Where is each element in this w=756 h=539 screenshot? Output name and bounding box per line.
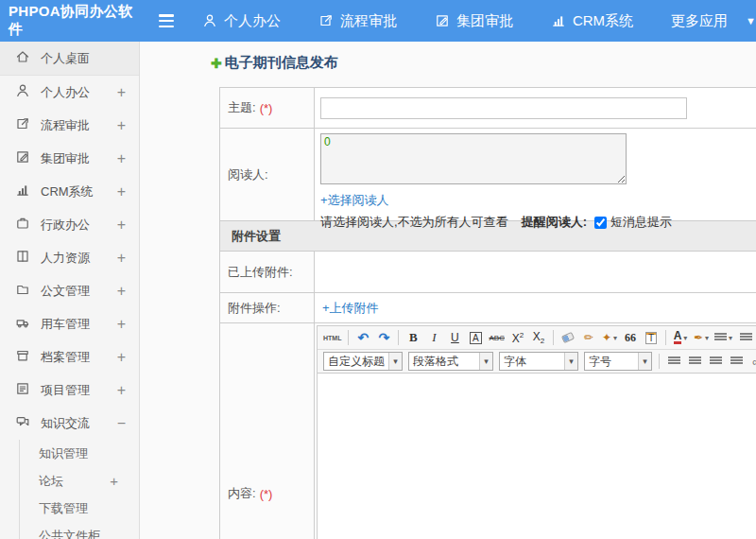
sidebar-item-label: 项目管理 (41, 382, 90, 399)
sms-checkbox-label: 短消息提示 (610, 214, 672, 231)
sidebar-item-10[interactable]: 档案管理+ (0, 340, 139, 374)
paragraph-select[interactable]: 段落格式▾ (408, 352, 493, 371)
nav-item-label: 流程审批 (340, 12, 397, 30)
sidebar-subitem-14[interactable]: 论坛+ (20, 467, 139, 495)
toolbar-separator (348, 330, 349, 345)
sidebar-item-7[interactable]: 人力资源+ (0, 241, 139, 274)
top-nav: 个人办公流程审批集团审批CRM系统更多应用▼ (202, 12, 756, 30)
uploaded-attachments-label: 已上传附件: (220, 252, 315, 292)
subject-row: 主题: (*) (220, 88, 756, 129)
sidebar-item-3[interactable]: 流程审批+ (0, 109, 139, 142)
chart-icon (551, 13, 566, 28)
toolbar-align-center-button[interactable] (685, 352, 704, 372)
sidebar-subitem-label: 公共文件柜 (39, 528, 100, 539)
toolbar-blockquote-button[interactable]: 66 (621, 328, 640, 348)
expand-icon[interactable]: + (117, 316, 126, 333)
chevron-down-icon: ▾ (479, 353, 492, 370)
heading-select[interactable]: 自定义标题▾ (323, 352, 403, 371)
font-size-select[interactable]: 字号▾ (584, 352, 652, 371)
chat-icon (15, 414, 30, 432)
toolbar-link-button[interactable]: ∞ (747, 352, 756, 372)
project-icon (15, 381, 30, 399)
expand-icon[interactable]: + (117, 84, 126, 101)
toolbar-italic-button[interactable]: I (424, 328, 443, 348)
nav-item-3[interactable]: 集团审批 (435, 12, 513, 30)
sidebar-subitem-13[interactable]: 知识管理 (20, 440, 139, 467)
expand-icon[interactable]: + (117, 183, 126, 200)
subject-input[interactable] (320, 97, 687, 119)
toolbar-separator (398, 330, 399, 345)
expand-icon[interactable]: + (117, 283, 126, 300)
collapse-icon[interactable]: − (117, 415, 126, 432)
expand-icon[interactable]: + (117, 250, 126, 267)
sidebar: 个人桌面个人办公+流程审批+集团审批+CRM系统+行政办公+人力资源+公文管理+… (0, 42, 140, 539)
doc-icon (15, 282, 30, 300)
nav-item-1[interactable]: 个人办公 (202, 12, 281, 30)
select-label: 字体 (504, 354, 526, 370)
toolbar-quick-format-button[interactable]: ✦▾ (600, 328, 619, 348)
add-icon: ✚ (211, 56, 222, 71)
toolbar-align-left-button[interactable] (664, 352, 683, 372)
sidebar-item-1[interactable]: 个人桌面 (0, 42, 139, 76)
nav-item-4[interactable]: CRM系统 (551, 12, 633, 30)
choose-readers-link[interactable]: +选择阅读人 (320, 192, 756, 209)
toolbar-font-box-button[interactable]: A (466, 328, 485, 348)
toolbar-undo-button[interactable]: ↶ (353, 328, 372, 348)
sidebar-item-12[interactable]: 知识交流− (0, 407, 139, 440)
chevron-down-icon: ▾ (638, 353, 651, 370)
toolbar-bold-button[interactable]: B (404, 328, 422, 348)
menu-toggle-icon[interactable] (159, 14, 174, 27)
expand-icon[interactable]: + (110, 473, 118, 489)
toolbar-align-right-button[interactable] (706, 352, 725, 372)
editor-content-area[interactable] (318, 374, 756, 539)
nav-item-5[interactable]: 更多应用▼ (671, 12, 756, 30)
expand-icon[interactable]: + (117, 217, 126, 234)
attachment-ops-label: 附件操作: (220, 293, 315, 322)
required-mark: (*) (260, 487, 273, 501)
nav-item-label: CRM系统 (573, 12, 633, 30)
toolbar-superscript-button[interactable]: X2 (508, 328, 527, 348)
toolbar-eraser-button[interactable] (558, 328, 577, 348)
toolbar-separator (553, 330, 554, 345)
expand-icon[interactable]: + (117, 150, 126, 167)
toolbar-paste-text-button[interactable]: T (642, 328, 661, 348)
nav-item-2[interactable]: 流程审批 (318, 12, 397, 30)
remind-readers-label: 提醒阅读人: (522, 214, 587, 231)
expand-icon[interactable]: + (117, 382, 126, 399)
toolbar-strikethrough-button[interactable]: ABC (487, 328, 506, 348)
readers-note: 请选择阅读人,不选为所有人可查看 提醒阅读人: 短消息提示 (320, 214, 756, 231)
select-label: 自定义标题 (328, 354, 385, 370)
select-label: 字号 (589, 354, 611, 370)
sms-checkbox[interactable] (594, 217, 607, 229)
upload-attachment-link[interactable]: +上传附件 (322, 300, 379, 317)
toolbar-justify-button[interactable] (727, 352, 746, 372)
sidebar-item-6[interactable]: 行政办公+ (0, 208, 139, 241)
sidebar-item-4[interactable]: 集团审批+ (0, 142, 139, 175)
sidebar-item-label: 知识交流 (41, 415, 90, 432)
expand-icon[interactable]: + (117, 349, 126, 366)
sidebar-item-label: CRM系统 (41, 183, 94, 200)
sidebar-item-2[interactable]: 个人办公+ (0, 76, 139, 109)
toolbar-ordered-list-button[interactable]: ▾ (713, 328, 734, 348)
nav-item-label: 集团审批 (456, 12, 513, 30)
sidebar-subitem-15[interactable]: 下载管理 (20, 495, 139, 522)
publish-form: 主题: (*) 阅读人: 0 +选择阅读人 请选择阅读人,不选为所有人可查看 提… (219, 87, 756, 539)
toolbar-subscript-button[interactable]: X2 (529, 328, 548, 348)
sidebar-item-5[interactable]: CRM系统+ (0, 175, 139, 208)
sidebar-item-11[interactable]: 项目管理+ (0, 374, 139, 407)
toolbar-unordered-list-button[interactable] (736, 328, 755, 348)
font-family-select[interactable]: 字体▾ (499, 352, 578, 371)
sidebar-item-8[interactable]: 公文管理+ (0, 274, 139, 307)
toolbar-highlight-pen-button[interactable]: ✒▾ (692, 328, 711, 348)
sidebar-item-9[interactable]: 用车管理+ (0, 307, 139, 340)
briefcase-icon (15, 216, 30, 234)
expand-icon[interactable]: + (117, 117, 126, 134)
toolbar-underline-button[interactable]: U (445, 328, 464, 348)
toolbar-redo-button[interactable]: ↷ (374, 328, 393, 348)
readers-textarea[interactable]: 0 (320, 133, 627, 184)
toolbar-format-brush-button[interactable]: ✏ (579, 328, 598, 348)
toolbar-html-source-button[interactable]: HTML (321, 328, 343, 348)
editor-toolbar-row1: HTML↶↷BIUAABCX2X2✏✦▾66TA▾✒▾▾ (318, 326, 756, 350)
toolbar-font-color-button[interactable]: A▾ (671, 328, 690, 348)
sidebar-subitem-16[interactable]: 公共文件柜 (20, 522, 139, 539)
